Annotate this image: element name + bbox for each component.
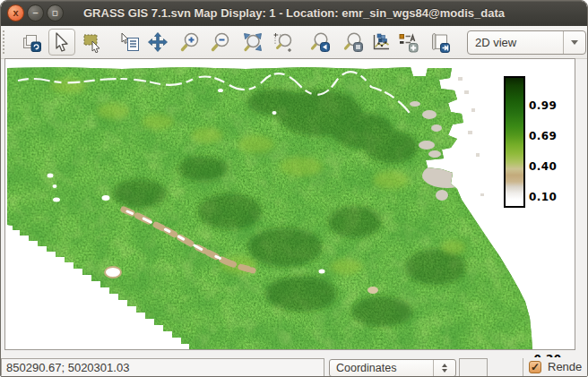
- ndvi-raster: [5, 59, 575, 349]
- pan-icon: [147, 31, 169, 53]
- legend-tick-label: 0.10: [529, 191, 574, 203]
- analyze-map-icon: [370, 31, 392, 53]
- chevron-down-icon[interactable]: [563, 31, 585, 54]
- render-map-button[interactable]: [18, 29, 45, 56]
- toolbar-gripper[interactable]: [3, 30, 7, 54]
- select-features-button[interactable]: [79, 29, 106, 56]
- pointer-button[interactable]: [48, 29, 75, 56]
- zoom-extent-button[interactable]: [239, 29, 266, 56]
- zoom-back-icon: [309, 31, 331, 53]
- query-icon: [119, 31, 141, 53]
- add-map-elements-button[interactable]: [394, 29, 421, 56]
- view-mode-select[interactable]: 2D view: [467, 30, 586, 55]
- zoom-in-button[interactable]: [177, 29, 203, 56]
- render-map-icon: [21, 31, 42, 53]
- coordinates-display: 850290.67; 5020301.03: [1, 358, 324, 377]
- spinner-icon[interactable]: [433, 360, 455, 376]
- zoom-region-button[interactable]: [270, 29, 297, 56]
- save-display-button[interactable]: [427, 29, 454, 56]
- zoom-options-button[interactable]: [340, 29, 367, 56]
- zoom-back-button[interactable]: [307, 29, 333, 56]
- view-mode-value: 2D view: [468, 36, 563, 49]
- zoom-extent-icon: [242, 31, 264, 53]
- zoom-options-icon: [342, 31, 364, 53]
- statusbar-divider: [523, 358, 523, 377]
- statusbar-mode-value: Coordinates: [330, 362, 433, 374]
- window-title: GRASS GIS 7.1.svn Map Display: 1 - Locat…: [1, 1, 587, 26]
- grass-map-display-window: x – ◻ GRASS GIS 7.1.svn Map Display: 1 -…: [0, 0, 588, 377]
- legend-color-bar: [504, 76, 525, 208]
- statusbar-progress-panel: [459, 358, 488, 377]
- map-toolbar: 2D view: [1, 26, 587, 59]
- statusbar-mode-select[interactable]: Coordinates: [329, 359, 456, 377]
- render-checkbox-label: Rende: [548, 360, 582, 373]
- zoom-region-icon: [272, 31, 294, 53]
- analyze-map-button[interactable]: [368, 29, 394, 56]
- legend-tick-label: 0.69: [529, 130, 574, 142]
- legend-tick-label: 0.99: [529, 99, 574, 112]
- titlebar: x – ◻ GRASS GIS 7.1.svn Map Display: 1 -…: [1, 1, 587, 27]
- add-map-elements-icon: [397, 31, 419, 53]
- pointer-icon: [51, 31, 73, 53]
- zoom-out-button[interactable]: [207, 29, 234, 56]
- pan-button[interactable]: [144, 29, 171, 56]
- map-display-canvas[interactable]: 0.99 0.69 0.40 0.10 -0.20: [4, 58, 575, 350]
- legend-tick-label: 0.40: [529, 160, 574, 173]
- statusbar: 850290.67; 5020301.03 Coordinates ✓ Rend…: [1, 357, 587, 377]
- render-checkbox[interactable]: ✓: [529, 361, 541, 373]
- save-display-icon: [428, 30, 452, 54]
- zoom-in-icon: [179, 31, 201, 53]
- zoom-out-icon: [210, 31, 231, 53]
- query-button[interactable]: [117, 29, 143, 56]
- select-features-icon: [82, 31, 103, 53]
